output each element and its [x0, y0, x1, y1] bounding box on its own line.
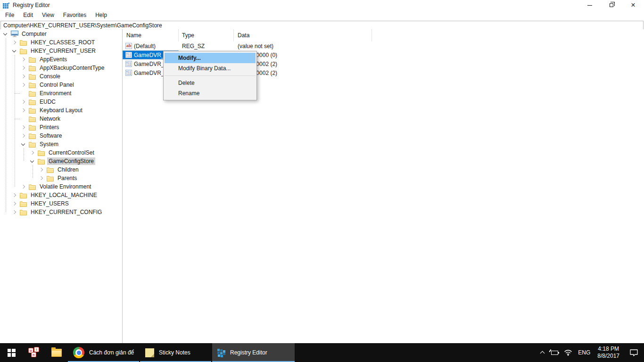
tree-item-label: Control Panel [38, 81, 75, 89]
network-status-button[interactable] [561, 343, 575, 362]
tree-item-parents[interactable]: Parents [0, 174, 122, 182]
tree-item-appevents[interactable]: AppEvents [0, 55, 122, 64]
folder-icon [29, 90, 36, 97]
menu-view[interactable]: View [38, 11, 59, 20]
taskbar-button-c-ch-n-gi-n-g[interactable]: Cách đơn giản để g... [68, 343, 139, 362]
chevron-right-icon[interactable] [20, 75, 26, 78]
context-menu-item-modify[interactable]: Modify... [165, 53, 256, 63]
tree-item-printers[interactable]: Printers [0, 123, 122, 132]
tree-item-appxbackupcontenttype[interactable]: AppXBackupContentType [0, 64, 122, 72]
tree-item-environment[interactable]: Environment [0, 89, 122, 98]
tree-item-hkey-classes-root[interactable]: HKEY_CLASSES_ROOT [0, 38, 122, 47]
restore-button[interactable] [601, 0, 622, 10]
folder-icon [20, 48, 27, 54]
chevron-right-icon[interactable] [20, 100, 26, 103]
tree-item-software[interactable]: Software [0, 132, 122, 140]
taskbar-button-label: Registry Editor [230, 349, 267, 356]
dword-value-icon: 011 110 [125, 61, 132, 67]
chevron-down-icon[interactable] [20, 144, 26, 145]
clock-date: 8/8/2017 [597, 353, 619, 360]
chevron-right-icon[interactable] [20, 83, 26, 86]
chevron-right-icon[interactable] [20, 66, 26, 69]
chevron-right-icon[interactable] [11, 41, 17, 44]
menu-bar: FileEditViewFavoritesHelp [0, 10, 644, 20]
chevron-down-icon[interactable] [2, 33, 8, 35]
clock-time: 4:18 PM [597, 346, 619, 353]
chevron-right-icon[interactable] [11, 194, 17, 197]
tree-item-gameconfigstore[interactable]: GameConfigStore [0, 157, 122, 165]
chevron-right-icon[interactable] [20, 185, 26, 188]
tree-item-label: Volatile Environment [38, 183, 92, 190]
chevron-right-icon[interactable] [20, 126, 26, 129]
close-button[interactable]: × [622, 0, 644, 10]
chevron-down-icon[interactable] [29, 161, 35, 162]
pinned-app-unikey[interactable]: uin [23, 343, 45, 362]
sticky-notes-icon [145, 348, 154, 357]
tree-item-network[interactable]: Network [0, 115, 122, 123]
tree-item-label: Children [56, 166, 80, 173]
chrome-icon [73, 347, 84, 358]
column-header-name[interactable]: Name [123, 29, 179, 41]
taskbar-button-sticky-notes[interactable]: Sticky Notes [140, 343, 211, 362]
tree-item-hkey-current-user[interactable]: HKEY_CURRENT_USER [0, 47, 122, 55]
tree-item-children[interactable]: Children [0, 165, 122, 174]
menu-edit[interactable]: Edit [19, 11, 38, 20]
tree-item-label: Keyboard Layout [38, 107, 84, 114]
file-explorer-icon [51, 349, 62, 357]
menu-favorites[interactable]: Favorites [59, 11, 91, 20]
taskbar-button-registry-editor[interactable]: Registry Editor [212, 343, 295, 362]
tree-item-label: HKEY_CURRENT_CONFIG [29, 208, 103, 216]
start-button[interactable] [0, 343, 23, 362]
tree-item-volatile-environment[interactable]: Volatile Environment [0, 182, 122, 191]
chevron-right-icon[interactable] [11, 211, 17, 214]
tree-item-control-panel[interactable]: Control Panel [0, 81, 122, 89]
chevron-right-icon[interactable] [20, 134, 26, 137]
wifi-icon [564, 349, 572, 356]
language-indicator[interactable]: ENG [575, 343, 593, 362]
tree-item-keyboard-layout[interactable]: Keyboard Layout [0, 106, 122, 115]
folder-icon [29, 82, 36, 88]
string-value-icon: ab [125, 43, 132, 49]
chevron-right-icon[interactable] [38, 177, 44, 180]
taskbar-button-label: Sticky Notes [159, 349, 190, 356]
chevron-down-icon[interactable] [11, 50, 17, 52]
tree-item-console[interactable]: Console [0, 72, 122, 81]
pinned-app-file-explorer[interactable] [45, 343, 68, 362]
tree-item-eudc[interactable]: EUDC [0, 98, 122, 106]
minimize-button[interactable] [579, 0, 601, 10]
tree-item-label: CurrentControlSet [47, 149, 96, 156]
chevron-right-icon[interactable] [38, 168, 44, 171]
task-buttons: Cách đơn giản để g...Sticky NotesRegistr… [68, 343, 296, 362]
action-center-button[interactable] [624, 343, 644, 362]
column-header-type[interactable]: Type [179, 29, 234, 41]
menu-file[interactable]: File [1, 11, 19, 20]
value-name: GameDVR_ [134, 70, 165, 76]
menu-help[interactable]: Help [91, 11, 112, 20]
context-menu-item-delete[interactable]: Delete [165, 78, 256, 88]
chevron-right-icon[interactable] [29, 151, 35, 154]
tree-item-system[interactable]: System [0, 140, 122, 148]
menu-separator [165, 75, 256, 76]
tree-item-currentcontrolset[interactable]: CurrentControlSet [0, 148, 122, 157]
tree-item-hkey-local-machine[interactable]: HKEY_LOCAL_MACHINE [0, 191, 122, 199]
tray-overflow-button[interactable] [538, 343, 547, 362]
list-header: NameTypeData [123, 29, 644, 41]
chevron-right-icon[interactable] [20, 58, 26, 61]
registry-editor-window: Registry Editor × FileEditViewFavoritesH… [0, 0, 644, 30]
tree-item-hkey-users[interactable]: HKEY_USERS [0, 199, 122, 208]
chevron-up-icon [540, 351, 545, 356]
tree-item-label: Network [38, 115, 62, 123]
folder-icon [20, 40, 27, 46]
clock[interactable]: 4:18 PM 8/8/2017 [593, 343, 624, 362]
chevron-right-icon[interactable] [20, 109, 26, 112]
context-menu-item-rename[interactable]: Rename [165, 88, 256, 99]
tree-item-computer[interactable]: Computer [0, 30, 122, 38]
tree-item-hkey-current-config[interactable]: HKEY_CURRENT_CONFIG [0, 208, 122, 216]
registry-value-row[interactable]: ab(Default)REG_SZ(value not set) [123, 41, 644, 50]
context-menu-item-modify-binary-data[interactable]: Modify Binary Data... [165, 63, 256, 74]
chevron-right-icon[interactable] [11, 202, 17, 205]
folder-icon [47, 167, 54, 173]
column-header-data[interactable]: Data [234, 29, 372, 41]
battery-status-button[interactable] [547, 343, 561, 362]
address-bar[interactable]: Computer\HKEY_CURRENT_USER\System\GameCo… [0, 21, 644, 30]
